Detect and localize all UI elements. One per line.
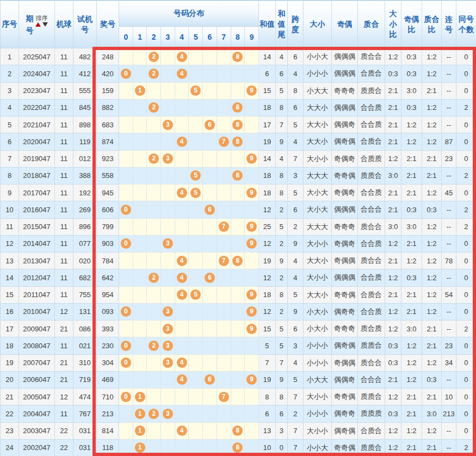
- number-ball: 7: [219, 221, 229, 232]
- cell-distribution-2: [147, 235, 161, 252]
- cell-size-ratio: 1:2: [385, 48, 401, 65]
- cell-machine: 11: [55, 48, 73, 65]
- cell-prime-ratio: 1:2: [422, 303, 441, 320]
- cell-distribution-6: [203, 439, 217, 456]
- number-ball: 4: [177, 69, 187, 79]
- cell-machine: 21: [55, 354, 73, 371]
- cell-prime: 质合合: [357, 218, 385, 235]
- cell-machine: 11: [55, 269, 73, 286]
- cell-size: 小小大: [303, 439, 331, 456]
- cell-distribution-8: 8: [231, 439, 245, 456]
- cell-parity: 奇奇偶: [331, 286, 357, 303]
- cell-size: 大小小: [303, 235, 331, 252]
- cell-prime-ratio: 2:1: [422, 82, 441, 99]
- cell-distribution-9: 9: [245, 286, 259, 303]
- cell-period: 2021047: [19, 116, 55, 133]
- number-ball: 9: [246, 153, 257, 164]
- number-ball: 1: [135, 392, 145, 402]
- cell-distribution-1: 1: [133, 405, 147, 422]
- cell-distribution-5: [189, 150, 203, 167]
- cell-machine: 11: [55, 184, 73, 201]
- number-ball: 4: [177, 256, 187, 266]
- cell-distribution-1: [133, 133, 147, 150]
- cell-distribution-4: 4: [175, 252, 189, 269]
- table-row: 8201804711388558581883大大大奇奇偶质质合3:02:12:1…: [1, 167, 476, 184]
- cell-same-count: 2: [456, 99, 476, 116]
- cell-distribution-2: [147, 218, 161, 235]
- cell-size-ratio: 2:1: [385, 184, 401, 201]
- cell-span: 3: [287, 337, 303, 354]
- number-ball: 4: [177, 137, 187, 147]
- cell-prime-ratio: 1:2: [422, 235, 441, 252]
- cell-distribution-9: [245, 252, 259, 269]
- cell-distribution-6: [203, 321, 217, 337]
- cell-size: 大大小: [303, 252, 331, 269]
- digit-column-header: 6: [203, 27, 217, 48]
- cell-distribution-0: [119, 321, 133, 337]
- number-ball: 0: [121, 69, 131, 79]
- cell-sum: 15: [258, 321, 275, 337]
- cell-parity: 奇奇奇: [331, 218, 357, 235]
- number-ball: 9: [246, 289, 257, 300]
- cell-prize: 230: [97, 337, 119, 354]
- cell-distribution-6: 6: [203, 269, 217, 286]
- cell-parity: 奇偶奇: [331, 184, 357, 201]
- cell-distribution-1: [133, 201, 147, 218]
- header-prize: 奖号: [97, 1, 119, 48]
- number-ball: 8: [232, 442, 243, 453]
- cell-distribution-1: 1: [133, 389, 147, 405]
- cell-sum: 7: [258, 354, 275, 371]
- cell-prime: 质质合: [357, 337, 385, 354]
- cell-distribution-5: 5: [189, 82, 203, 99]
- cell-same-count: 0: [456, 82, 476, 99]
- sort-desc-icon[interactable]: [42, 22, 48, 27]
- number-ball: 6: [205, 120, 215, 130]
- cell-distribution-7: [217, 65, 231, 82]
- cell-span: 5: [287, 286, 303, 303]
- cell-prime: 合合质: [357, 184, 385, 201]
- cell-prize: 642: [97, 269, 119, 286]
- table-row: 62020047111198744781994大大小偶奇偶合质合2:11:21:…: [1, 133, 476, 150]
- cell-distribution-3: 3: [161, 405, 175, 422]
- cell-seq: 14: [1, 269, 19, 286]
- cell-consecutive: --: [441, 48, 456, 65]
- cell-period: 2022047: [19, 99, 55, 116]
- cell-distribution-4: [175, 405, 189, 422]
- cell-prime: 质质合: [357, 389, 385, 405]
- cell-same-count: 2: [456, 218, 476, 235]
- cell-period: 2006047: [19, 371, 55, 388]
- cell-distribution-7: [217, 337, 231, 354]
- sort-asc-icon[interactable]: [35, 22, 41, 27]
- cell-sum: 8: [258, 389, 275, 405]
- cell-same-count: 0: [456, 422, 476, 439]
- cell-sum-tail: 5: [275, 337, 287, 354]
- cell-size: 大小小: [303, 150, 331, 167]
- cell-distribution-1: [133, 303, 147, 320]
- sort-label: 排序: [36, 15, 48, 21]
- cell-distribution-6: [203, 303, 217, 320]
- cell-size: 大小小: [303, 269, 331, 286]
- cell-prize: 558: [97, 167, 119, 184]
- cell-period: 2016047: [19, 201, 55, 218]
- cell-consecutive: --: [441, 116, 456, 133]
- cell-sum-tail: 7: [275, 116, 287, 133]
- cell-distribution-9: [245, 439, 259, 456]
- cell-size: 大大小: [303, 133, 331, 150]
- cell-parity-ratio: 0:3: [401, 99, 422, 116]
- cell-size-ratio: 1:2: [385, 321, 401, 337]
- cell-distribution-7: [217, 167, 231, 184]
- cell-distribution-3: [161, 133, 175, 150]
- cell-distribution-9: [245, 422, 259, 439]
- cell-seq: 23: [1, 422, 19, 439]
- cell-distribution-3: [161, 252, 175, 269]
- cell-distribution-6: [203, 133, 217, 150]
- cell-distribution-1: [133, 235, 147, 252]
- sort-control[interactable]: 排序: [35, 15, 48, 27]
- cell-distribution-8: [231, 354, 245, 371]
- cell-distribution-4: 4: [175, 269, 189, 286]
- cell-same-count: 0: [456, 337, 476, 354]
- cell-distribution-8: 8: [231, 99, 245, 116]
- cell-span: 8: [287, 82, 303, 99]
- cell-distribution-4: [175, 150, 189, 167]
- number-ball: 9: [246, 306, 257, 317]
